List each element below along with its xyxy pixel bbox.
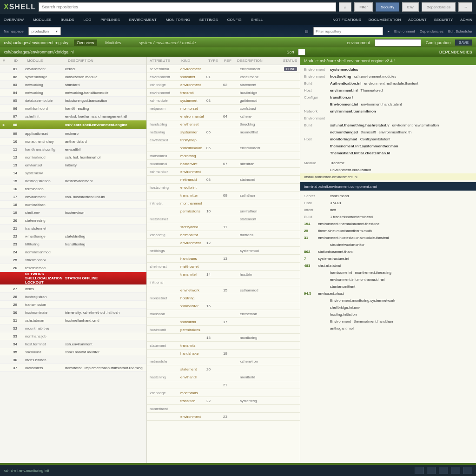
module-row[interactable]: 34host.termnetxsh.environment	[0, 340, 146, 348]
attr-row[interactable]: handstringenvthensetthrecking	[147, 120, 300, 128]
module-row[interactable]: 01environmentkernel	[0, 65, 146, 73]
module-row[interactable]: 31xshstatmonhostmellanhand.cmd	[0, 317, 146, 324]
attr-row[interactable]: transition22systemtrig	[147, 397, 300, 405]
attr-row[interactable]: transmitedmothtring	[147, 152, 300, 160]
top-button-1[interactable]: Security	[376, 2, 399, 12]
module-row[interactable]: 30hostnominatetrimensity. xshellmethod .…	[0, 309, 146, 317]
filter-submit[interactable]: ▸	[388, 29, 390, 33]
attr-row[interactable]: handtrans13	[147, 255, 300, 263]
module-row[interactable]: 06mathlonhoordhandthreading	[0, 105, 146, 112]
sublink-2[interactable]: Edit Scheduler	[448, 29, 472, 33]
attr-row[interactable]: envthresedtrinitythap	[147, 136, 300, 144]
attr-row[interactable]: xshellbrid17	[147, 318, 300, 326]
module-row[interactable]: 04networkingnetworking.transitionmodel	[0, 89, 146, 97]
footer-icon[interactable]	[451, 467, 460, 474]
attr-row[interactable]: monthanolhastenvint07hitentran	[147, 160, 300, 168]
footer-icon[interactable]	[427, 467, 436, 474]
attr-row[interactable]: stetsynced11	[147, 223, 300, 231]
module-row[interactable]: 24nominationmod	[0, 248, 146, 256]
namespace-dropdown[interactable]: production▾	[28, 27, 61, 35]
top-button-3[interactable]: Dependencies	[422, 2, 456, 12]
top-button-more[interactable]: ⋯	[458, 2, 472, 12]
attr-row[interactable]: envnetwork15sethanmod	[147, 286, 300, 294]
nav-item[interactable]: Notifications	[333, 18, 361, 22]
module-row[interactable]: 13envtomsetinitmity	[0, 161, 146, 169]
gb-r-0[interactable]: environment	[347, 40, 370, 45]
module-row[interactable]: 25xthermonhol	[0, 256, 146, 264]
module-row[interactable]: 36mons.hitman	[0, 356, 146, 364]
module-row[interactable]: 10nonauthentindaryanthandstard	[0, 138, 146, 145]
attr-row[interactable]: xshmonitor16	[147, 302, 300, 310]
attr-row[interactable]: metshelnetstatement	[147, 215, 300, 223]
module-row[interactable]: 15hostregistrationhostenvironment	[0, 177, 146, 185]
module-row[interactable]: 26resetbinmod	[0, 264, 146, 272]
module-row[interactable]: 35shelmondxshel.habitat.monitor	[0, 348, 146, 356]
attr-row[interactable]: hostmonitpermissions	[147, 326, 300, 334]
nav-item[interactable]: Admin	[460, 18, 472, 22]
attr-row[interactable]: xshmodulesystemnet03gatbinmod	[147, 97, 300, 105]
sublink-0[interactable]: Environment	[394, 29, 415, 33]
sublink-1[interactable]: Dependencies	[420, 29, 443, 33]
module-row[interactable]: 09applicationsetmolnero	[0, 130, 146, 138]
greenbar-search[interactable]	[375, 39, 421, 46]
attr-row[interactable]: environment12	[147, 239, 300, 247]
filter-repo-input[interactable]	[313, 27, 383, 35]
nav-item[interactable]: Settings	[199, 18, 218, 22]
module-row[interactable]: 22winerthangestatebinding	[0, 232, 146, 240]
attr-row[interactable]: environment23	[147, 413, 300, 421]
sort-box[interactable]	[298, 49, 305, 55]
attr-row[interactable]: netmodulexshenviron	[147, 357, 300, 365]
search-glyph-button[interactable]: ⌕	[339, 2, 351, 12]
attr-row[interactable]: nomethand	[147, 405, 300, 413]
module-row[interactable]: NETWORK SHELLOCALIZATION LOCKOUTSTATION …	[0, 272, 146, 285]
attr-row[interactable]: handshake19	[147, 350, 300, 357]
module-row[interactable]: 21transistennel	[0, 225, 146, 232]
module-row[interactable]: 19shell.envhostenviron	[0, 209, 146, 217]
module-row[interactable]: 20statenresing	[0, 217, 146, 225]
nav-item[interactable]: Config	[227, 18, 242, 22]
attr-row[interactable]: environmental04xshenv	[147, 112, 300, 120]
footer-icon[interactable]	[439, 467, 448, 474]
footer-icon[interactable]	[463, 467, 472, 474]
nav-item[interactable]: Monitoring	[166, 18, 190, 22]
top-button-0[interactable]: Filter	[354, 2, 373, 12]
nav-item[interactable]: Shell	[251, 18, 263, 22]
attr-row[interactable]: serverhintalenvironmentenvironmentCONF	[147, 65, 300, 73]
nav-item[interactable]: Security	[434, 18, 453, 22]
top-button-2[interactable]: Env	[402, 2, 419, 12]
module-row[interactable]: 14systemenv	[0, 169, 146, 177]
module-row[interactable]: 16termination	[0, 185, 146, 193]
attr-row[interactable]: xshbridgemonthrans	[147, 389, 300, 397]
save-button[interactable]: SAVE	[455, 40, 472, 46]
attr-row[interactable]: hostsomingenvolbrint	[147, 184, 300, 192]
nav-item[interactable]: Documentation	[369, 18, 401, 22]
module-row[interactable]: 17environmentxsh. hostmontend.init.ini	[0, 193, 146, 201]
nav-item[interactable]: Pipelines	[100, 18, 119, 22]
attr-row[interactable]: shelmonstmelthosnet	[147, 263, 300, 271]
module-row[interactable]: ▸08xsh/ core.shell.environment.engine	[0, 120, 146, 130]
module-row[interactable]: 32mount.habitive	[0, 324, 146, 332]
attr-row[interactable]: hasteningenvthandlmonitorid	[147, 373, 300, 381]
attr-row[interactable]: permissions10envirothen	[147, 207, 300, 215]
search-input[interactable]	[39, 2, 336, 12]
attr-row[interactable]: transmitter09setinthan	[147, 192, 300, 199]
module-row[interactable]: 28hostregistran	[0, 293, 146, 301]
module-row[interactable]: 33nomhans.job	[0, 332, 146, 340]
attr-row[interactable]: nettransid08statmond	[147, 176, 300, 184]
module-row[interactable]: 03networkingstandard	[0, 81, 146, 89]
attr-row[interactable]: xshbridgeenvironment02statement	[147, 81, 300, 89]
tab-1[interactable]: Modules	[103, 40, 124, 46]
attr-row[interactable]: environmenttransmithostbridge	[147, 89, 300, 97]
attr-row[interactable]: trainshanenvsethan	[147, 310, 300, 318]
module-row[interactable]: 11handtransistconfigenvsetibil	[0, 145, 146, 153]
nav-item[interactable]: Log	[83, 18, 91, 22]
attr-row[interactable]: statementtransmits	[147, 342, 300, 350]
attr-row[interactable]: xshconfignetmonitortribtrans	[147, 231, 300, 239]
attr-row[interactable]: xshmonitorenvironment	[147, 168, 300, 176]
module-row[interactable]: 27items	[0, 285, 146, 293]
module-row[interactable]: 37invostmetsnominated. implementation.tr…	[0, 364, 146, 372]
module-row[interactable]: 18nominalthan	[0, 201, 146, 209]
module-row[interactable]: 29transmission	[0, 301, 146, 309]
attr-row[interactable]: initnetstmonthanmed	[147, 199, 300, 207]
attr-row[interactable]: netparammonitorsetconfstruct	[147, 105, 300, 112]
